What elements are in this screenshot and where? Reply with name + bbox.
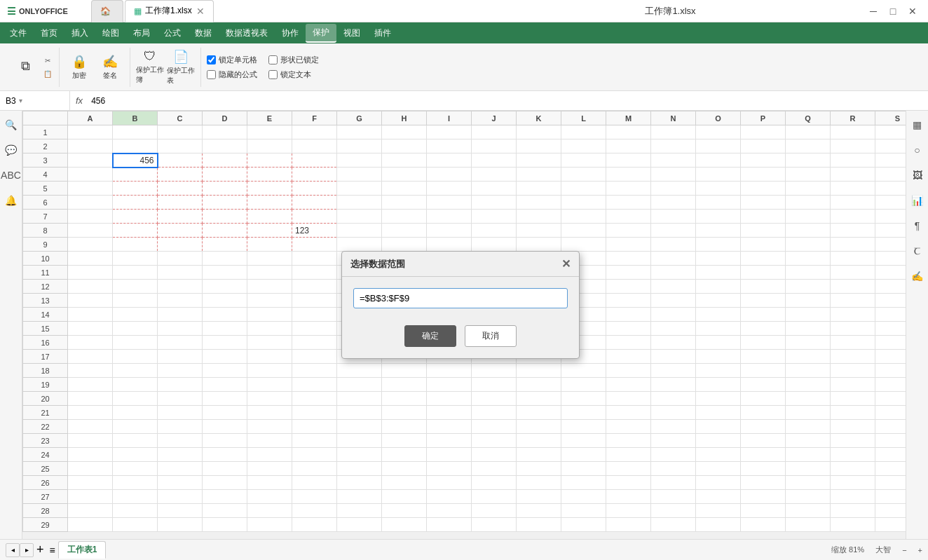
grid-cell[interactable] [786, 139, 831, 153]
grid-cell[interactable] [68, 336, 113, 350]
grid-cell[interactable] [741, 420, 786, 434]
grid-cell[interactable] [113, 434, 158, 448]
grid-cell[interactable] [741, 406, 786, 420]
grid-cell[interactable] [337, 420, 382, 434]
grid-cell[interactable] [68, 125, 113, 139]
grid-cell[interactable] [651, 504, 696, 518]
grid-cell[interactable] [741, 364, 786, 378]
grid-cell[interactable] [875, 210, 906, 224]
grid-cell[interactable] [472, 420, 517, 434]
grid-cell[interactable] [651, 448, 696, 462]
grid-cell[interactable] [517, 125, 561, 139]
grid-cell[interactable] [68, 434, 113, 448]
grid-cell[interactable] [113, 392, 158, 406]
grid-cell[interactable] [786, 168, 831, 182]
grid-cell[interactable] [741, 392, 786, 406]
grid-cell[interactable] [786, 378, 831, 392]
grid-cell[interactable] [831, 182, 875, 196]
grid-cell[interactable] [831, 280, 875, 294]
grid-cell[interactable] [382, 196, 427, 210]
grid-cell[interactable] [606, 322, 651, 336]
grid-cell[interactable] [741, 476, 786, 490]
grid-cell[interactable] [875, 238, 906, 252]
grid-cell[interactable] [158, 462, 203, 476]
copy-btn[interactable]: ⧉ [11, 50, 39, 85]
grid-cell[interactable] [696, 518, 741, 532]
grid-cell[interactable] [831, 518, 875, 532]
grid-cell[interactable] [741, 378, 786, 392]
grid-cell[interactable] [651, 125, 696, 139]
grid-cell[interactable] [427, 364, 472, 378]
grid-cell[interactable] [831, 364, 875, 378]
grid-cell[interactable] [337, 392, 382, 406]
grid-cell[interactable] [292, 518, 337, 532]
grid-cell[interactable] [203, 476, 247, 490]
cut-btn[interactable]: ✂ [42, 55, 53, 66]
grid-cell[interactable] [786, 280, 831, 294]
grid-cell[interactable] [113, 280, 158, 294]
grid-cell[interactable] [606, 168, 651, 182]
grid-cell[interactable] [651, 392, 696, 406]
grid-cell[interactable] [247, 434, 292, 448]
grid-cell[interactable] [472, 378, 517, 392]
grid-cell[interactable] [741, 224, 786, 238]
grid-cell[interactable] [831, 378, 875, 392]
grid-cell[interactable] [158, 364, 203, 378]
grid-cell[interactable] [741, 238, 786, 252]
grid-cell[interactable] [68, 504, 113, 518]
grid-cell[interactable] [831, 392, 875, 406]
grid-cell[interactable] [831, 462, 875, 476]
grid-cell[interactable] [203, 139, 247, 153]
grid-cell[interactable] [875, 406, 906, 420]
grid-cell[interactable] [696, 392, 741, 406]
grid-cell[interactable] [68, 139, 113, 153]
grid-cell[interactable] [517, 392, 561, 406]
grid-cell[interactable] [158, 392, 203, 406]
grid-cell[interactable] [203, 350, 247, 364]
grid-cell[interactable] [875, 153, 906, 168]
grid-cell[interactable] [517, 378, 561, 392]
grid-cell[interactable] [382, 476, 427, 490]
grid-cell[interactable] [382, 504, 427, 518]
grid-cell[interactable] [606, 280, 651, 294]
paste-btn[interactable]: 📋 [42, 69, 53, 79]
grid-cell[interactable] [382, 139, 427, 153]
grid-cell[interactable] [337, 490, 382, 504]
grid-cell[interactable] [472, 448, 517, 462]
grid-cell[interactable] [831, 406, 875, 420]
grid-cell[interactable] [247, 420, 292, 434]
grid-cell[interactable] [113, 125, 158, 139]
tab-close-btn[interactable]: ✕ [196, 6, 205, 17]
grid-cell[interactable] [158, 294, 203, 308]
grid-cell[interactable] [203, 420, 247, 434]
cell-ref-dropdown[interactable]: ▾ [19, 97, 22, 104]
grid-cell[interactable] [292, 364, 337, 378]
grid-cell[interactable] [337, 168, 382, 182]
grid-cell[interactable] [875, 125, 906, 139]
search-sidebar-icon[interactable]: 🔍 [3, 116, 20, 133]
grid-cell[interactable] [113, 462, 158, 476]
grid-cell[interactable] [561, 392, 606, 406]
grid-cell[interactable] [561, 462, 606, 476]
grid-cell[interactable] [247, 518, 292, 532]
grid-cell[interactable] [831, 153, 875, 168]
menu-item-5[interactable]: 公式 [157, 25, 188, 42]
grid-cell[interactable] [741, 308, 786, 322]
grid-cell[interactable] [561, 153, 606, 168]
grid-cell[interactable] [292, 210, 337, 224]
grid-cell[interactable] [561, 420, 606, 434]
sign-btn[interactable]: ✍ 签名 [96, 50, 124, 85]
grid-cell[interactable] [741, 462, 786, 476]
grid-cell[interactable] [68, 238, 113, 252]
grid-cell[interactable] [517, 168, 561, 182]
grid-cell[interactable] [875, 322, 906, 336]
grid-cell[interactable] [382, 392, 427, 406]
grid-cell[interactable] [68, 378, 113, 392]
dialog-confirm-btn[interactable]: 确定 [404, 325, 456, 347]
grid-cell[interactable] [472, 210, 517, 224]
grid-cell[interactable] [292, 322, 337, 336]
grid-cell[interactable] [696, 364, 741, 378]
grid-cell[interactable] [158, 420, 203, 434]
grid-cell[interactable] [651, 462, 696, 476]
grid-cell[interactable] [68, 294, 113, 308]
